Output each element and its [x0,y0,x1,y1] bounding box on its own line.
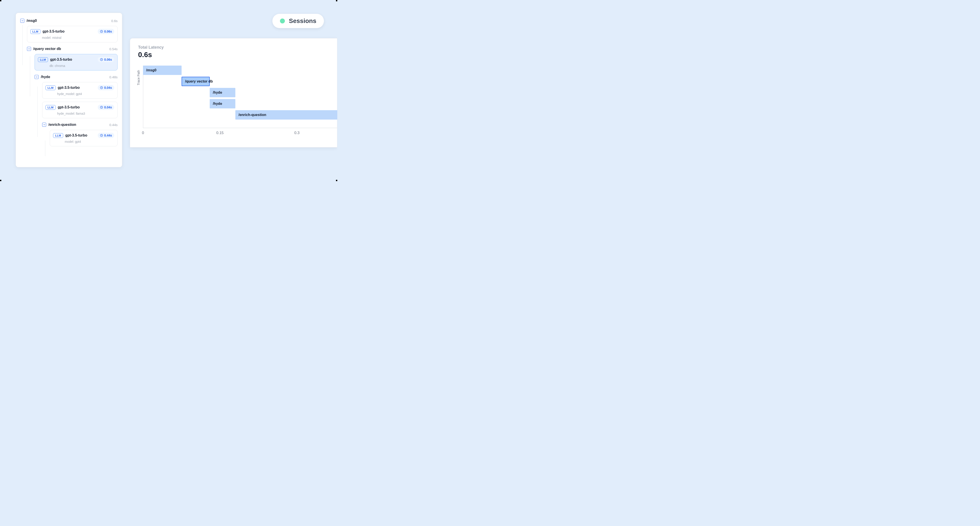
tree-leaf-llm-3[interactable]: LLM gpt-3.5-turbo 0.44s model: gpt4 [50,130,118,146]
x-tick: 0.3 [294,131,300,135]
leaf-subtitle: db: chroma [49,64,114,68]
node-name: /query vector db [33,47,107,51]
latency-panel: Total Latency 0.6s Trace Path /msg0/quer… [130,38,337,148]
node-time: 0.6s [111,19,118,23]
sessions-pill[interactable]: Sessions [272,14,324,28]
collapse-icon[interactable] [35,75,38,79]
leaf-subtitle: hyde_model: gpt4 [57,92,114,96]
llm-tag: LLM [46,105,56,110]
pill-value: 0.06s [104,58,112,61]
llm-tag: LLM [53,133,63,138]
node-name: /enrich-question [48,123,107,127]
collapse-icon[interactable] [20,19,24,23]
node-time: 0.54s [109,47,118,51]
corner-mark [0,0,2,2]
leaf-subtitle: model: gpt4 [65,140,114,143]
latency-pill: 0.44s [98,133,114,138]
latency-title: Total Latency [138,45,337,50]
pill-value: 0.06s [104,30,112,33]
leaf-subtitle: model: mistral [42,36,114,40]
leaf-name: gpt-3.5-turbo [58,86,95,90]
tree-node-query-vector-db[interactable]: /query vector db 0.54s [27,46,118,54]
gantt-bar[interactable]: /hyde [210,99,235,108]
x-tick: 0 [142,131,144,135]
tree-leaf-llm-2a[interactable]: LLM gpt-3.5-turbo 0.04s hyde_model: gpt4 [42,82,118,99]
tree-node-hyde[interactable]: /hyde 0.48s [35,74,118,82]
gantt-bar[interactable]: /query vector db [181,77,210,86]
tree-leaf-llm-0[interactable]: LLM gpt-3.5-turbo 0.06s model: mistral [27,26,118,42]
tree-leaf-llm-2b[interactable]: LLM gpt-3.5-turbo 0.04s hyde_model: llam… [42,102,118,118]
bars-container: /msg0/query vector db/hyde/hyde/enrich-q… [143,65,337,128]
corner-mark [0,180,2,181]
clock-icon [100,30,103,33]
llm-tag: LLM [46,86,56,90]
clock-icon [100,106,103,109]
latency-pill: 0.06s [98,29,114,34]
collapse-icon[interactable] [42,123,46,127]
pill-value: 0.04s [104,86,112,89]
tree-node-enrich-question[interactable]: /enrich-question 0.44s [42,121,118,130]
y-axis-label: Trace Path [137,70,140,85]
corner-mark [336,180,337,181]
gantt-chart: Trace Path /msg0/query vector db/hyde/hy… [138,65,337,139]
latency-pill: 0.06s [98,57,114,62]
node-name: /hyde [41,75,107,79]
corner-mark [336,0,337,2]
node-time: 0.48s [109,75,118,79]
latency-pill: 0.04s [98,85,114,91]
llm-tag: LLM [30,29,40,34]
node-name: /msg0 [27,19,109,23]
gantt-bar[interactable]: /msg0 [143,65,181,75]
gantt-bar[interactable]: /enrich-question [235,110,337,119]
latency-pill: 0.04s [98,105,114,110]
collapse-icon[interactable] [27,47,31,51]
leaf-name: gpt-3.5-turbo [65,133,95,137]
clock-icon [100,58,103,61]
tree-line [45,141,45,156]
sessions-label: Sessions [289,17,316,25]
trace-tree-panel: /msg0 0.6s LLM gpt-3.5-turbo 0.06s model… [16,13,122,167]
status-dot-icon [280,19,285,24]
leaf-name: gpt-3.5-turbo [43,29,95,33]
tree-leaf-llm-1[interactable]: LLM gpt-3.5-turbo 0.06s db: chroma [35,54,118,70]
pill-value: 0.44s [104,133,112,137]
gantt-bar[interactable]: /hyde [210,88,235,97]
clock-icon [100,134,103,137]
x-tick: 0.15 [216,131,224,135]
leaf-name: gpt-3.5-turbo [58,105,95,109]
llm-tag: LLM [38,57,48,62]
tree-node-msg0[interactable]: /msg0 0.6s [20,17,118,26]
leaf-name: gpt-3.5-turbo [50,57,95,62]
latency-value: 0.6s [138,51,337,59]
clock-icon [100,86,103,89]
leaf-subtitle: hyde_model: llama3 [57,112,114,115]
node-time: 0.44s [109,123,118,127]
pill-value: 0.04s [104,105,112,109]
